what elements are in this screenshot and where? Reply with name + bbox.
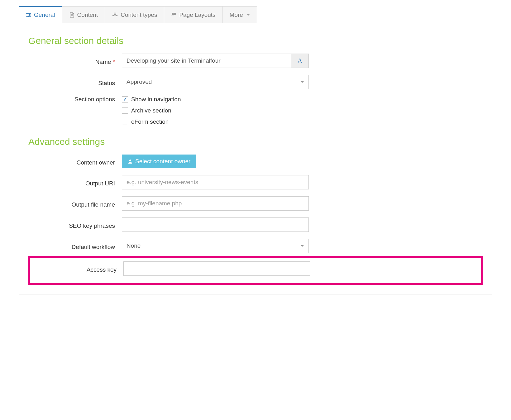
default-workflow-select[interactable] <box>122 239 309 253</box>
row-seo: SEO key phrases <box>28 217 483 232</box>
user-icon <box>128 159 133 164</box>
cubes-icon <box>112 12 118 18</box>
tab-content-types[interactable]: Content types <box>105 6 164 23</box>
tab-label: Content <box>77 12 98 18</box>
button-label: Select content owner <box>135 158 190 165</box>
panel: General section details Name * A Status … <box>19 23 492 294</box>
font-addon-button[interactable]: A <box>291 54 309 68</box>
tab-more[interactable]: More <box>222 6 257 23</box>
label-output-uri: Output URI <box>28 178 122 187</box>
heading-general: General section details <box>28 36 483 46</box>
tab-content[interactable]: Content <box>62 6 105 23</box>
label-default-workflow: Default workflow <box>28 241 122 251</box>
status-select[interactable] <box>122 75 309 89</box>
row-section-options: Section options Show in navigation Archi… <box>28 96 483 130</box>
label-section-options: Section options <box>28 96 122 103</box>
svg-point-5 <box>28 16 29 17</box>
select-content-owner-button[interactable]: Select content owner <box>122 155 196 168</box>
access-key-input[interactable] <box>123 261 310 276</box>
document-icon <box>69 12 75 18</box>
svg-point-9 <box>129 160 131 161</box>
label-name: Name * <box>28 56 122 65</box>
svg-point-1 <box>27 13 28 14</box>
label-output-filename: Output file name <box>28 199 122 208</box>
tab-label: Page Layouts <box>179 12 215 18</box>
output-uri-input[interactable] <box>122 175 309 189</box>
tab-label: More <box>230 12 243 18</box>
output-filename-input[interactable] <box>122 196 309 211</box>
row-output-uri: Output URI <box>28 175 483 189</box>
row-name: Name * A <box>28 54 483 68</box>
heading-advanced: Advanced settings <box>28 136 483 147</box>
option-eform: eForm section <box>122 118 309 125</box>
tab-page-layouts[interactable]: Page Layouts <box>164 6 222 23</box>
seo-input[interactable] <box>122 217 309 232</box>
label-content-owner: Content owner <box>28 157 122 166</box>
svg-point-3 <box>29 14 30 15</box>
checkbox-label: Show in navigation <box>131 96 181 103</box>
checkbox-label: Archive section <box>131 107 171 114</box>
option-archive: Archive section <box>122 107 309 114</box>
label-seo: SEO key phrases <box>28 220 122 229</box>
tab-label: Content types <box>121 12 157 18</box>
checkbox-archive[interactable] <box>122 107 128 114</box>
access-key-highlight: Access key <box>28 256 483 285</box>
sliders-icon <box>26 12 31 18</box>
checkbox-show-nav[interactable] <box>122 96 128 103</box>
row-output-filename: Output file name <box>28 196 483 211</box>
checkbox-label: eForm section <box>131 118 169 125</box>
tab-panel-general: General section details Name * A Status … <box>19 23 492 294</box>
label-status: Status <box>28 77 122 87</box>
caret-down-icon <box>247 14 250 16</box>
option-show-nav: Show in navigation <box>122 96 309 103</box>
puzzle-icon <box>171 12 177 18</box>
row-content-owner: Content owner Select content owner <box>28 155 483 168</box>
row-access-key: Access key <box>30 261 481 276</box>
name-input[interactable] <box>122 54 291 68</box>
tab-general[interactable]: General <box>19 6 62 23</box>
row-default-workflow: Default workflow <box>28 239 483 253</box>
font-icon: A <box>298 57 303 65</box>
required-mark: * <box>113 59 115 65</box>
row-status: Status <box>28 75 483 89</box>
checkbox-eform[interactable] <box>122 119 128 125</box>
tab-bar: General Content Content types Page Layou… <box>19 6 492 23</box>
label-access-key: Access key <box>30 264 123 273</box>
tab-label: General <box>34 12 55 18</box>
